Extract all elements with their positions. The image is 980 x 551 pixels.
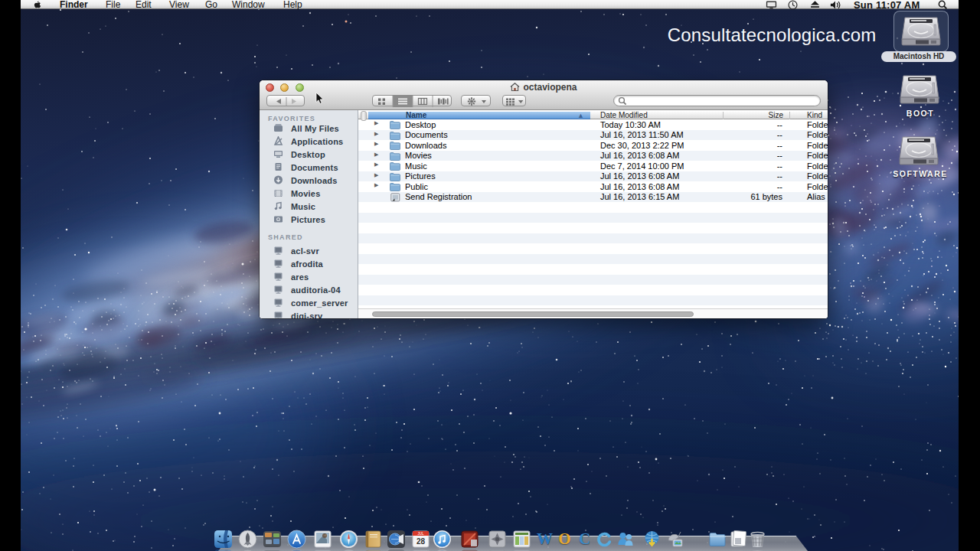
svg-text:JUL: JUL: [417, 532, 423, 536]
svg-text:28: 28: [416, 537, 426, 546]
